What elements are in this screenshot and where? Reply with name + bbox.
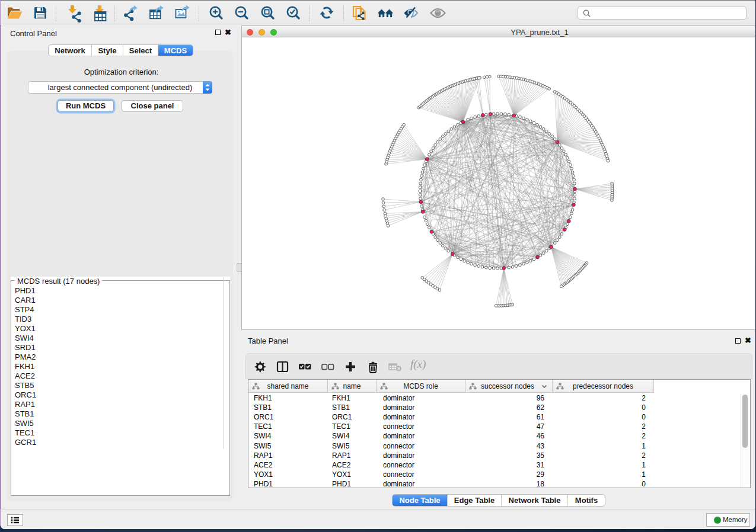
svg-text:f(x): f(x) [410,358,426,371]
